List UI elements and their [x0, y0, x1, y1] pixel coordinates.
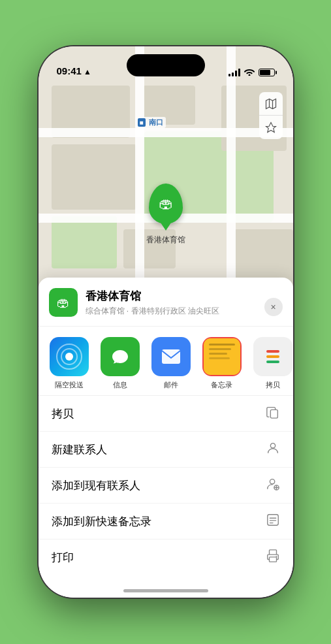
map-type-button[interactable]: [259, 92, 283, 116]
location-arrow-icon: ▲: [84, 67, 91, 76]
svg-rect-14: [269, 557, 276, 562]
action-new-contact[interactable]: 新建联系人: [39, 432, 293, 468]
svg-rect-9: [267, 515, 278, 526]
venue-marker[interactable]: 🏟 香港体育馆: [146, 184, 185, 246]
action-copy[interactable]: 拷贝: [39, 396, 293, 432]
action-copy-label: 拷贝: [52, 406, 74, 421]
action-add-existing[interactable]: 添加到现有联系人: [39, 468, 293, 504]
dynamic-island: [127, 54, 205, 76]
venue-info: 香港体育馆 综合体育馆 · 香港特别行政区 油尖旺区: [86, 289, 283, 317]
map-controls: [259, 92, 283, 139]
share-airdrop[interactable]: 隔空投送: [46, 337, 92, 390]
map-label: ■ 南口: [135, 117, 166, 128]
mail-icon: [151, 337, 191, 376]
battery-icon: [259, 69, 275, 76]
marker-label: 香港体育馆: [146, 234, 185, 246]
signal-icon: [229, 69, 240, 76]
notes-label: 备忘录: [211, 380, 232, 390]
messages-icon: [101, 337, 140, 376]
share-more[interactable]: 拷贝: [250, 337, 293, 390]
more-label: 拷贝: [266, 380, 280, 390]
more-icon: [253, 337, 292, 376]
status-icons: [229, 67, 275, 78]
quick-note-icon: [266, 513, 280, 530]
bottom-sheet: 🏟 香港体育馆 综合体育馆 · 香港特别行政区 油尖旺区 ×: [39, 278, 293, 598]
action-list: 拷贝 新建联系人: [39, 396, 293, 575]
svg-point-5: [270, 479, 274, 484]
share-mail[interactable]: 邮件: [148, 337, 194, 390]
action-add-note-label: 添加到新快速备忘录: [52, 514, 151, 529]
venue-name: 香港体育馆: [86, 289, 283, 304]
action-add-note[interactable]: 添加到新快速备忘录: [39, 504, 293, 539]
phone-frame: 09:41 ▲: [39, 46, 293, 598]
mail-label: 邮件: [164, 380, 178, 390]
status-time: 09:41: [57, 65, 82, 78]
share-messages[interactable]: 信息: [97, 337, 143, 390]
airdrop-label: 隔空投送: [55, 380, 84, 390]
copy-icon: [266, 405, 280, 422]
svg-rect-3: [270, 410, 277, 418]
action-new-contact-label: 新建联系人: [52, 442, 107, 457]
venue-subtitle: 综合体育馆 · 香港特别行政区 油尖旺区: [86, 306, 283, 317]
marker-pin: 🏟: [149, 184, 183, 224]
close-button[interactable]: ×: [264, 298, 283, 316]
notes-icon: [202, 337, 242, 376]
venue-logo: 🏟: [49, 288, 78, 317]
messages-label: 信息: [113, 380, 127, 390]
stadium-icon: 🏟: [159, 195, 173, 212]
action-add-existing-label: 添加到现有联系人: [52, 478, 140, 493]
phone-screen: 09:41 ▲: [39, 46, 293, 598]
venue-header: 🏟 香港体育馆 综合体育馆 · 香港特别行政区 油尖旺区 ×: [39, 288, 293, 327]
wifi-icon: [244, 67, 255, 78]
action-print[interactable]: 打印: [39, 539, 293, 575]
home-indicator: [123, 589, 208, 592]
svg-rect-2: [162, 349, 180, 364]
add-contact-icon: [266, 477, 280, 494]
svg-point-4: [270, 443, 275, 448]
share-row: 隔空投送 信息: [39, 327, 293, 396]
print-icon: [266, 549, 280, 566]
share-notes[interactable]: 备忘录: [199, 337, 245, 390]
airdrop-icon: [50, 337, 89, 376]
svg-point-15: [276, 556, 277, 557]
svg-rect-13: [269, 550, 276, 555]
location-button[interactable]: [259, 116, 283, 139]
action-print-label: 打印: [52, 550, 74, 565]
new-contact-icon: [266, 441, 280, 458]
